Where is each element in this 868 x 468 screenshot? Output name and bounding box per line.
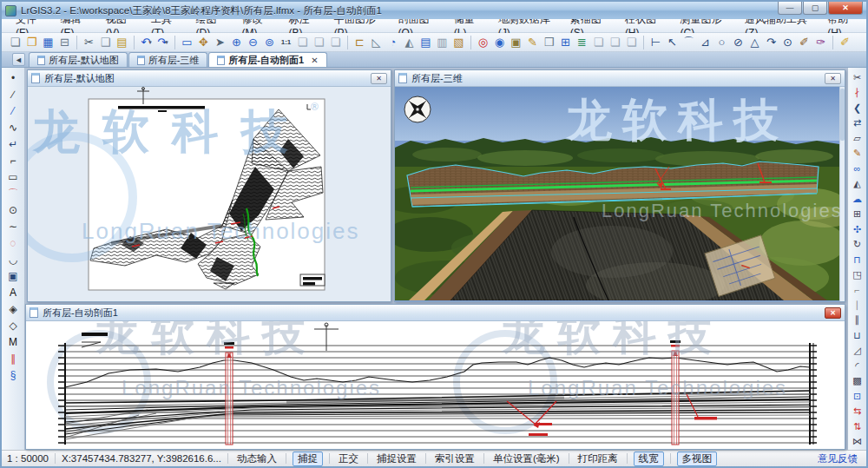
- tab-default-map[interactable]: 所有层-默认地图: [29, 52, 128, 67]
- status-snap-toggle[interactable]: 捕捉: [293, 452, 323, 466]
- status-ortho-toggle[interactable]: 正交: [336, 452, 361, 465]
- ellipse-tool-icon[interactable]: ◌: [5, 235, 21, 251]
- hatch-tool-icon[interactable]: ◈: [5, 301, 21, 317]
- ref-box-icon[interactable]: ▣: [508, 35, 524, 50]
- layer-stack-icon[interactable]: ▤: [418, 35, 434, 50]
- dim-tool-icon[interactable]: ⊿: [697, 35, 713, 50]
- three-d-scene-canvas[interactable]: [395, 87, 839, 300]
- curve-tool-icon[interactable]: ↷: [763, 35, 779, 50]
- three-d-canvas-area[interactable]: 龙软科技 LongRuan Technologies: [395, 87, 845, 301]
- title-bar[interactable]: LrGIS3.2 - E:\workspace\王家岭\8王家岭程序资料\所有层…: [2, 2, 866, 19]
- offset-tool-icon[interactable]: ∥: [850, 313, 865, 327]
- snap-line-tool-icon[interactable]: ∣: [850, 298, 865, 312]
- brush-tool-icon[interactable]: ✑: [812, 35, 829, 50]
- brush-edit-tool-icon[interactable]: ✎: [850, 146, 865, 160]
- circle-center-tool-icon[interactable]: ⊙: [5, 202, 21, 218]
- dropdown-caret-icon[interactable]: ▾: [148, 35, 152, 50]
- leader-tool-icon[interactable]: ↖: [664, 35, 681, 50]
- dashed-line-tool-icon[interactable]: ⁄: [5, 103, 21, 119]
- arc-tool-icon[interactable]: ⌒: [681, 35, 697, 50]
- format-painter-icon[interactable]: ✐: [837, 35, 853, 50]
- contour-map-canvas[interactable]: [28, 87, 391, 300]
- circle-tool-icon[interactable]: ○: [713, 35, 730, 50]
- copy-icon[interactable]: ❑: [97, 35, 114, 50]
- list-lines-icon[interactable]: ≣: [574, 35, 590, 50]
- clipboard-box-icon[interactable]: ❒: [541, 35, 557, 50]
- center-circle-tool-icon[interactable]: ⊙: [779, 35, 796, 50]
- mtext-tool-icon[interactable]: M: [5, 334, 21, 350]
- status-unit-settings-toggle[interactable]: 单位设置(毫米): [490, 452, 562, 465]
- blank-page-icon[interactable]: ❏: [623, 35, 640, 50]
- cloud-tool-icon[interactable]: ☁: [850, 192, 865, 206]
- status-print-distance-toggle[interactable]: 打印距离: [575, 452, 621, 465]
- redo-icon[interactable]: ↷▾: [155, 35, 171, 50]
- blank-page-icon[interactable]: ❏: [590, 35, 607, 50]
- measure-tool-icon[interactable]: ⌐: [850, 283, 865, 297]
- blank-page-icon[interactable]: ❏: [311, 35, 327, 50]
- mirror-tool-icon[interactable]: ◭: [850, 176, 865, 190]
- zoom-in-icon[interactable]: ⊕: [228, 35, 245, 50]
- align-tool-icon[interactable]: ⇆: [850, 405, 865, 419]
- polygon-tool-icon[interactable]: ⌐: [5, 153, 21, 168]
- image-tool-icon[interactable]: ▣: [5, 268, 21, 284]
- polyline-tool-icon[interactable]: ∿: [5, 120, 21, 135]
- maximize-button[interactable]: ▢: [803, 2, 827, 15]
- triangle-tool-icon[interactable]: △: [746, 35, 763, 50]
- paste-icon[interactable]: ▤: [114, 35, 130, 50]
- solid-fill-tool-icon[interactable]: ▩: [850, 374, 865, 388]
- zoom-out-icon[interactable]: ⊖: [245, 35, 261, 50]
- crop-tool-icon[interactable]: ▱: [850, 131, 865, 145]
- trim-tool-icon[interactable]: ✂: [850, 70, 865, 84]
- red-circle-mark-icon[interactable]: ◎: [475, 35, 491, 50]
- print-icon[interactable]: ⊟: [56, 35, 73, 50]
- tab-three-d[interactable]: 所有层-三维: [128, 52, 208, 67]
- stretch-tool-icon[interactable]: ⋈: [850, 435, 865, 449]
- vertex-tool-icon[interactable]: ❮: [850, 101, 865, 115]
- pointer-icon[interactable]: ➤: [212, 35, 228, 50]
- join-tool-icon[interactable]: ⊔: [850, 328, 865, 342]
- hatch-outline-tool-icon[interactable]: ◇: [5, 318, 21, 333]
- section-canvas-area[interactable]: 龙软科技 LongRuan Technologies 龙软科技 LongRuan…: [26, 321, 845, 449]
- undo-icon[interactable]: ↶▾: [138, 35, 155, 50]
- prism-tool-icon[interactable]: ◭: [401, 35, 418, 50]
- pen-tool-icon[interactable]: ✐: [796, 35, 812, 50]
- arc-segment-tool-icon[interactable]: ◡: [5, 252, 21, 267]
- status-line-width-toggle[interactable]: 线宽: [634, 452, 664, 466]
- swap-tool-icon[interactable]: ⇄: [850, 115, 865, 129]
- blank-page-icon[interactable]: ❏: [327, 35, 344, 50]
- fillet-tool-icon[interactable]: ◜: [850, 359, 865, 372]
- cut-icon[interactable]: ✂: [81, 35, 97, 50]
- save-file-icon[interactable]: ▦: [40, 35, 56, 50]
- map-canvas-area[interactable]: 龙软科技® LongRuan Technologies: [28, 87, 391, 301]
- feedback-link[interactable]: 意见反馈: [818, 452, 858, 465]
- rotate-tool-icon[interactable]: ↻: [850, 237, 865, 251]
- corner-tool-icon[interactable]: ◳: [850, 267, 865, 281]
- layout-tool-icon[interactable]: ⊡: [850, 389, 865, 403]
- move-tool-icon[interactable]: ✣: [850, 222, 865, 236]
- curve-tool-icon[interactable]: ∼: [5, 219, 21, 234]
- grid-sheet-icon[interactable]: ▧: [450, 35, 467, 50]
- window-default-map-close-button[interactable]: ✕: [371, 73, 387, 84]
- layer-dup-icon[interactable]: ▥: [434, 35, 450, 50]
- link-tool-icon[interactable]: ∞: [850, 161, 865, 175]
- open-file-icon[interactable]: ❐: [23, 35, 40, 50]
- status-dynamic-input-toggle[interactable]: 动态输入: [234, 452, 279, 465]
- parallel-lines-tool-icon[interactable]: ∥: [5, 351, 21, 366]
- info-mark-icon[interactable]: ◉: [491, 35, 508, 50]
- status-index-settings-toggle[interactable]: 索引设置: [432, 452, 477, 465]
- tab-close-icon[interactable]: ✕: [311, 56, 318, 65]
- tab-scroll-left-button[interactable]: ◄: [12, 53, 25, 66]
- strat-region-icon[interactable]: ⊏: [352, 35, 368, 50]
- sector-tool-icon[interactable]: ◔: [385, 35, 401, 50]
- arc-tool-icon[interactable]: ⌒: [5, 186, 21, 201]
- rail-tool-icon[interactable]: ⊢: [648, 35, 664, 50]
- blank-page-icon[interactable]: ❏: [607, 35, 623, 50]
- new-file-icon[interactable]: ❏: [7, 35, 23, 50]
- chamfer-tool-icon[interactable]: ◿: [850, 344, 865, 358]
- circle-slash-tool-icon[interactable]: ⊘: [730, 35, 746, 50]
- distribute-tool-icon[interactable]: ⇅: [850, 419, 865, 433]
- status-snap-settings-toggle[interactable]: 捕捉设置: [374, 452, 419, 465]
- break-tool-icon[interactable]: ∤: [850, 85, 865, 99]
- tab-auto-section-1[interactable]: 所有层-自动剖面1✕: [208, 52, 326, 67]
- window-auto-section-titlebar[interactable]: 所有层-自动剖面1 ✕: [26, 305, 845, 321]
